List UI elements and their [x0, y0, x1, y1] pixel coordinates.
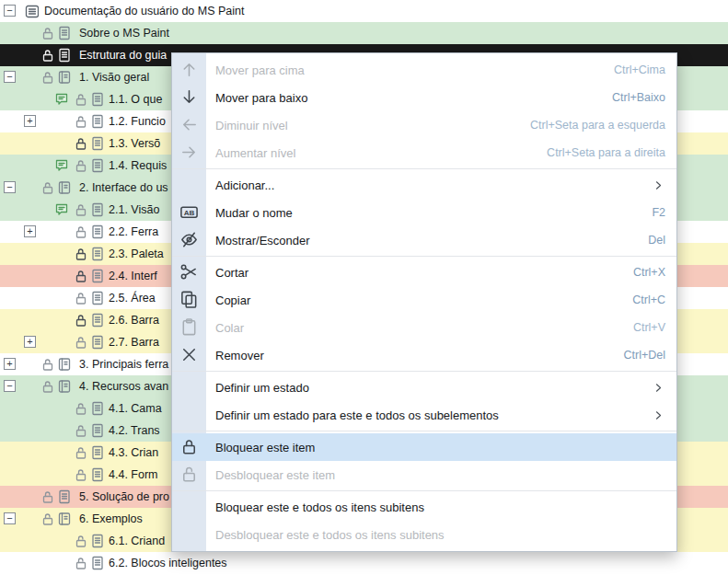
- menu-item-set-state-subelements[interactable]: Definir um estado para este e todos os s…: [172, 401, 676, 429]
- menu-item-shortcut: Ctrl+Cima: [614, 63, 665, 76]
- tree-row-label: 2.2. Ferra: [109, 225, 158, 238]
- submenu-arrow-icon: [652, 381, 665, 395]
- expander-minus-icon[interactable]: −: [4, 71, 16, 83]
- page-icon: [90, 423, 105, 438]
- context-menu: Mover para cimaCtrl+CimaMover para baixo…: [171, 52, 677, 552]
- expander-minus-icon[interactable]: −: [4, 512, 16, 524]
- lock-open-icon: [74, 467, 88, 482]
- menu-item-move-down[interactable]: Mover para baixoCtrl+Baixo: [172, 84, 676, 111]
- expander-plus-icon[interactable]: +: [24, 336, 36, 348]
- app-window: −Documentação do usuário do MS PaintSobr…: [0, 0, 728, 575]
- comment-icon: [54, 202, 69, 217]
- tree-row-label: 4.2. Trans: [109, 424, 160, 437]
- page-icon: [90, 92, 105, 107]
- arrow-right-icon: [179, 143, 200, 163]
- menu-item-add[interactable]: Adicionar...: [172, 171, 676, 199]
- expander-plus-icon[interactable]: +: [4, 358, 16, 370]
- page-icon: [90, 467, 105, 482]
- menu-item-shortcut: Ctrl+X: [633, 266, 665, 279]
- lock-open-icon: [40, 357, 55, 372]
- menu-item-label: Bloquear este e todos os itens subitens: [215, 500, 665, 514]
- tree-row-label: 1.2. Funcio: [109, 115, 166, 128]
- menu-item-lock-item[interactable]: Bloquear este item: [172, 433, 676, 461]
- tree-row-label: 2.1. Visão: [109, 203, 159, 216]
- tree-row-label: 5. Solução de pro: [79, 490, 169, 503]
- page-icon: [57, 489, 72, 504]
- book-icon: [57, 512, 72, 526]
- arrow-down-icon: [179, 87, 200, 108]
- arrow-left-icon: [179, 115, 200, 135]
- page-icon: [90, 556, 105, 570]
- lock-open-icon: [74, 556, 88, 570]
- menu-item-shortcut: Ctrl+C: [632, 293, 665, 306]
- tree-row-label: 1.4. Requis: [109, 159, 167, 172]
- lock-closed-icon: [74, 313, 88, 328]
- book-icon: [57, 357, 72, 372]
- copy-icon: [179, 290, 200, 310]
- menu-item-lock-all[interactable]: Bloquear este e todos os itens subitens: [172, 493, 676, 521]
- tree-row-label: 1.3. Versõ: [109, 137, 160, 150]
- submenu-arrow-icon: [652, 178, 665, 192]
- tree-row-label: 3. Principais ferra: [79, 358, 168, 371]
- page-icon: [90, 202, 105, 217]
- book-icon: [57, 379, 72, 394]
- tree-row-label: Sobre o MS Paint: [79, 27, 169, 40]
- menu-item-shortcut: Del: [648, 234, 665, 247]
- tree-row-label: 4.1. Cama: [109, 402, 162, 415]
- lock-open-icon: [74, 423, 88, 438]
- tree-row-label: 4.3. Crian: [109, 446, 158, 459]
- expander-minus-icon[interactable]: −: [4, 380, 16, 392]
- menu-item-increase-level: Aumentar nívelCtrl+Seta para a direita: [172, 139, 676, 167]
- tree-row-sobre-o-ms-paint[interactable]: Sobre o MS Paint: [0, 22, 728, 44]
- menu-item-set-state[interactable]: Definir um estado: [172, 374, 676, 401]
- lock-closed-icon: [179, 437, 200, 457]
- tree-row-label: 2.6. Barra: [109, 314, 159, 327]
- lock-open-icon: [74, 335, 88, 350]
- menu-item-show-hide[interactable]: Mostrar/EsconderDel: [172, 226, 676, 254]
- tree-row-label: 6.1. Criand: [109, 535, 165, 547]
- menu-item-rename[interactable]: ABMudar o nomeF2: [172, 199, 676, 226]
- tree-row-root[interactable]: −Documentação do usuário do MS Paint: [0, 0, 728, 22]
- menu-item-shortcut: F2: [652, 206, 665, 219]
- expander-plus-icon[interactable]: +: [24, 225, 36, 237]
- menu-item-cut[interactable]: CortarCtrl+X: [172, 259, 676, 286]
- tree-row-label: 1.1. O que: [109, 93, 162, 106]
- tree-row-label: 2.7. Barra: [109, 336, 159, 349]
- page-icon: [90, 534, 105, 548]
- lock-open-icon: [74, 224, 88, 239]
- lock-open-icon: [40, 48, 55, 63]
- expander-plus-icon[interactable]: +: [24, 115, 36, 127]
- expander-minus-icon[interactable]: −: [4, 5, 16, 17]
- tree-row-label: 2.5. Área: [109, 292, 156, 305]
- lock-open-icon: [74, 401, 88, 416]
- arrow-up-icon: [179, 60, 200, 80]
- tree-row-label: 2. Interface do us: [79, 181, 168, 194]
- page-icon: [90, 224, 105, 239]
- lock-open-icon: [74, 158, 88, 173]
- page-icon: [90, 335, 105, 350]
- page-icon: [57, 26, 72, 40]
- page-icon: [90, 291, 105, 305]
- eye-off-icon: [179, 230, 200, 250]
- page-icon: [57, 48, 72, 63]
- lock-open-icon: [74, 114, 88, 129]
- toc-icon: [24, 4, 39, 18]
- page-icon: [90, 313, 105, 328]
- menu-item-shortcut: Ctrl+Baixo: [612, 91, 665, 104]
- menu-item-remove[interactable]: RemoverCtrl+Del: [172, 341, 676, 369]
- menu-item-shortcut: Ctrl+V: [633, 321, 665, 334]
- paste-icon: [179, 317, 200, 338]
- expander-minus-icon[interactable]: −: [4, 181, 16, 193]
- lock-open-icon: [40, 512, 55, 526]
- svg-text:AB: AB: [184, 209, 195, 217]
- menu-item-shortcut: Ctrl+Del: [624, 349, 666, 362]
- tree-row-label: 1. Visão geral: [79, 71, 149, 84]
- menu-item-label: Bloquear este item: [215, 441, 665, 454]
- menu-item-copy[interactable]: CopiarCtrl+C: [172, 286, 676, 314]
- tree-row-6-2[interactable]: 6.2. Blocos inteligentes: [0, 552, 728, 574]
- lock-open-icon: [74, 291, 88, 305]
- comment-icon: [54, 92, 69, 107]
- menu-item-label: Adicionar...: [215, 178, 642, 192]
- menu-separator: [172, 490, 676, 491]
- menu-item-shortcut: Ctrl+Seta para a esquerda: [530, 119, 665, 132]
